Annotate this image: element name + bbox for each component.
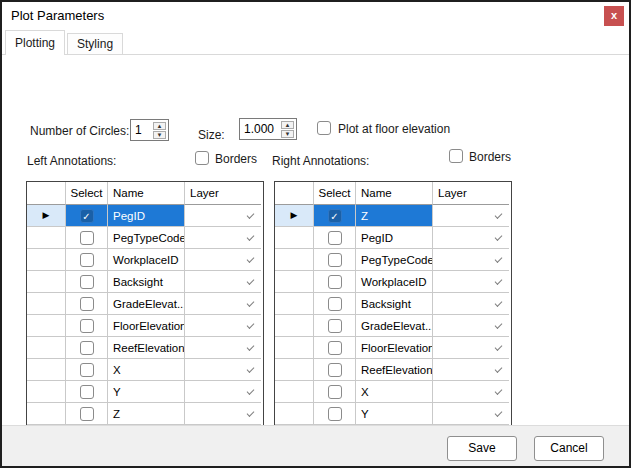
row-header-cell[interactable] [275,315,314,337]
row-select-checkbox[interactable] [80,231,94,245]
row-select-checkbox[interactable] [328,253,342,267]
name-cell[interactable]: PegID [108,205,185,227]
name-cell[interactable]: PegID [356,227,433,249]
plot-at-floor-elevation-checkbox[interactable] [317,121,331,135]
layer-combobox[interactable] [433,315,509,337]
row-select-checkbox[interactable] [328,297,342,311]
select-cell[interactable] [66,315,108,337]
row-header-cell[interactable] [275,337,314,359]
layer-combobox[interactable] [185,359,261,381]
size-stepper[interactable]: 1.000 ▲ ▼ [239,118,297,140]
layer-combobox[interactable] [185,227,261,249]
select-cell[interactable] [314,381,356,403]
select-cell[interactable] [66,293,108,315]
row-header-cell[interactable] [27,227,66,249]
name-cell[interactable]: Z [108,403,185,425]
row-header-cell[interactable] [27,293,66,315]
select-cell[interactable] [314,227,356,249]
row-select-checkbox[interactable]: ✓ [80,209,94,223]
name-cell[interactable]: GradeElevat... [356,315,433,337]
row-header-cell[interactable] [275,359,314,381]
select-cell[interactable] [314,271,356,293]
select-cell[interactable] [314,293,356,315]
select-cell[interactable] [314,403,356,425]
layer-combobox[interactable] [433,359,509,381]
name-cell[interactable]: Y [108,381,185,403]
row-select-checkbox[interactable] [80,407,94,421]
name-cell[interactable]: GradeElevat... [108,293,185,315]
select-cell[interactable] [314,315,356,337]
layer-combobox[interactable] [433,227,509,249]
row-header-cell[interactable] [275,293,314,315]
name-cell[interactable]: WorkplaceID [108,249,185,271]
tab-plotting[interactable]: Plotting [5,30,65,55]
layer-combobox[interactable] [185,315,261,337]
row-select-checkbox[interactable] [328,275,342,289]
row-header-cell[interactable] [275,403,314,425]
layer-combobox[interactable] [185,205,261,227]
row-header-cell[interactable]: ▶ [27,205,66,227]
layer-combobox[interactable] [433,205,509,227]
layer-combobox[interactable] [185,271,261,293]
select-cell[interactable]: ✓ [66,205,108,227]
layer-combobox[interactable] [433,381,509,403]
row-select-checkbox[interactable] [80,385,94,399]
column-header-name[interactable]: Name [108,182,185,205]
name-cell[interactable]: WorkplaceID [356,271,433,293]
row-select-checkbox[interactable] [328,363,342,377]
save-button[interactable]: Save [447,436,517,461]
select-cell[interactable]: ✓ [314,205,356,227]
name-cell[interactable]: ReefElevation [356,359,433,381]
column-header-name[interactable]: Name [356,182,433,205]
spin-up-icon[interactable]: ▲ [281,121,294,129]
left-borders-checkbox[interactable] [195,151,209,165]
select-cell[interactable] [66,403,108,425]
layer-combobox[interactable] [185,403,261,425]
row-header-cell[interactable] [27,381,66,403]
select-cell[interactable] [66,249,108,271]
select-cell[interactable] [66,381,108,403]
row-select-checkbox[interactable] [80,363,94,377]
row-select-checkbox[interactable] [328,341,342,355]
close-icon[interactable]: x [604,6,624,26]
name-cell[interactable]: Backsight [108,271,185,293]
layer-combobox[interactable] [433,337,509,359]
tab-styling[interactable]: Styling [67,33,123,54]
column-header-select[interactable]: Select [314,182,356,205]
name-cell[interactable]: X [108,359,185,381]
row-header-cell[interactable] [27,315,66,337]
row-header-cell[interactable] [275,227,314,249]
name-cell[interactable]: ReefElevation [108,337,185,359]
select-cell[interactable] [314,249,356,271]
row-select-checkbox[interactable] [80,297,94,311]
layer-combobox[interactable] [433,293,509,315]
row-header-cell[interactable] [27,337,66,359]
column-header-layer[interactable]: Layer [185,182,261,205]
select-cell[interactable] [66,271,108,293]
layer-combobox[interactable] [433,249,509,271]
column-header-layer[interactable]: Layer [433,182,509,205]
right-borders-checkbox[interactable] [449,149,463,163]
name-cell[interactable]: X [356,381,433,403]
row-select-checkbox[interactable]: ✓ [328,209,342,223]
select-cell[interactable] [66,359,108,381]
row-header-cell[interactable] [27,359,66,381]
select-cell[interactable] [66,227,108,249]
row-header-cell[interactable] [27,249,66,271]
row-select-checkbox[interactable] [80,253,94,267]
number-of-circles-stepper[interactable]: 1 ▲ ▼ [130,119,169,141]
row-select-checkbox[interactable] [80,275,94,289]
layer-combobox[interactable] [185,381,261,403]
name-cell[interactable]: Z [356,205,433,227]
spin-down-icon[interactable]: ▼ [281,130,294,138]
spin-up-icon[interactable]: ▲ [153,122,166,130]
row-select-checkbox[interactable] [80,319,94,333]
name-cell[interactable]: FloorElevation [356,337,433,359]
layer-combobox[interactable] [433,403,509,425]
select-cell[interactable] [314,337,356,359]
select-cell[interactable] [66,337,108,359]
row-select-checkbox[interactable] [328,231,342,245]
name-cell[interactable]: PegTypeCode [356,249,433,271]
row-header-cell[interactable] [275,249,314,271]
row-select-checkbox[interactable] [328,319,342,333]
